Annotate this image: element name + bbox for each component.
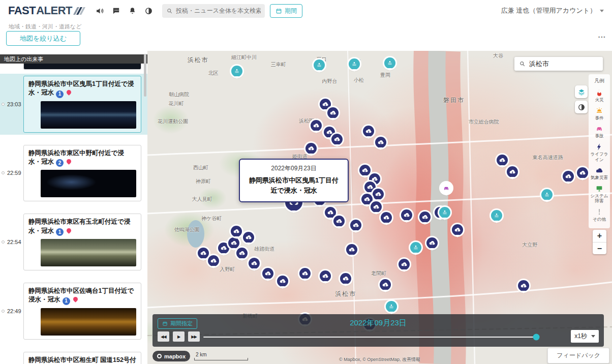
event-card[interactable]: 静岡県浜松市中区佐鳴台1丁目付近で浸水・冠水1 xyxy=(23,283,141,340)
fastalert-logo[interactable]: FASTALERT xyxy=(8,4,83,17)
storm-marker[interactable] xyxy=(305,143,317,154)
event-card[interactable]: 静岡県浜松市中区曳馬1丁目付近で浸水・冠水1 xyxy=(23,76,141,133)
storm-marker[interactable] xyxy=(373,189,384,200)
storm-marker[interactable] xyxy=(198,248,209,259)
period-button[interactable]: 期間 xyxy=(270,4,302,18)
feedback-button[interactable]: フィードバック xyxy=(547,348,609,363)
zoom-in-button[interactable]: + xyxy=(593,230,606,242)
storm-marker[interactable] xyxy=(399,259,410,270)
water-marker[interactable] xyxy=(491,210,502,221)
sidebar-scrollbar[interactable] xyxy=(144,54,146,97)
legend-item-fire[interactable]: 火災 xyxy=(589,88,610,103)
water-marker[interactable] xyxy=(386,301,397,312)
event-list-item[interactable]: 22:59 静岡県浜松市東区中野町付近で浸水・冠水2 xyxy=(0,143,147,204)
storm-marker[interactable] xyxy=(277,276,288,287)
water-marker[interactable] xyxy=(439,207,450,218)
timeline-period-button[interactable]: 期間指定 xyxy=(158,318,197,329)
playback-speed-select[interactable]: x1秒 xyxy=(571,330,599,343)
forward-button[interactable]: ▶▶ xyxy=(188,331,200,342)
event-thumbnail[interactable] xyxy=(41,308,136,336)
storm-marker[interactable] xyxy=(375,137,386,148)
storm-marker[interactable] xyxy=(327,107,339,118)
layers-button[interactable] xyxy=(575,85,588,98)
map-attribution[interactable]: © Mapbox, © OpenStreetMap, 改善情報 xyxy=(147,356,612,363)
storm-marker[interactable] xyxy=(249,258,260,269)
storm-marker[interactable] xyxy=(363,126,374,137)
storm-marker[interactable] xyxy=(346,244,357,255)
legend-item-weather[interactable]: 気象災害 xyxy=(589,166,610,180)
legend-item-other[interactable]: その他 xyxy=(589,208,610,222)
storm-marker[interactable] xyxy=(208,255,219,266)
event-thumbnail[interactable] xyxy=(41,101,136,129)
storm-marker[interactable] xyxy=(497,155,508,166)
speaker-icon[interactable] xyxy=(96,7,104,15)
event-popup[interactable]: 2022年09月23日 静岡県浜松市中区曳馬1丁目付近で浸水・冠水 xyxy=(239,159,349,202)
global-search-input[interactable] xyxy=(176,7,261,14)
more-options-button[interactable]: ... xyxy=(598,31,606,39)
storm-marker[interactable] xyxy=(333,216,345,227)
storm-marker[interactable] xyxy=(380,279,391,290)
contrast-icon[interactable] xyxy=(144,7,153,15)
water-marker[interactable] xyxy=(410,242,421,253)
zoom-out-button[interactable]: − xyxy=(593,242,606,254)
legend-item-incident[interactable]: 事件 xyxy=(589,107,610,121)
storm-marker[interactable] xyxy=(426,237,438,249)
legend-item-accident[interactable]: 事故 xyxy=(589,125,610,139)
event-thumbnail[interactable] xyxy=(41,170,136,197)
legend-item-lifeline[interactable]: ライフライン xyxy=(589,143,610,162)
storm-marker[interactable] xyxy=(371,201,382,213)
storm-marker[interactable] xyxy=(518,280,529,291)
storm-marker[interactable] xyxy=(243,232,254,243)
event-list-item[interactable]: 23:03 静岡県浜松市中区曳馬1丁目付近で浸水・冠水1 xyxy=(0,74,147,135)
event-card[interactable]: 静岡県浜松市東区中野町付近で浸水・冠水2 xyxy=(23,145,141,202)
accident-marker[interactable] xyxy=(441,183,452,194)
storm-marker[interactable] xyxy=(231,226,242,237)
legend-item-system[interactable]: システム障害 xyxy=(589,185,610,204)
storm-marker[interactable] xyxy=(401,209,412,221)
storm-marker[interactable] xyxy=(381,212,392,223)
water-marker[interactable] xyxy=(314,59,325,71)
map-search[interactable] xyxy=(514,57,603,71)
storm-marker[interactable] xyxy=(350,220,361,231)
storm-marker[interactable] xyxy=(359,165,371,176)
event-card[interactable]: 静岡県浜松市中区相生町 国道152号付近で浸水・冠水1 xyxy=(23,352,141,364)
storm-marker[interactable] xyxy=(331,134,343,145)
bell-icon[interactable] xyxy=(128,7,137,15)
storm-marker[interactable] xyxy=(507,166,518,177)
storm-marker[interactable] xyxy=(340,273,351,284)
map-filter-button[interactable]: 地図を絞り込む xyxy=(6,31,80,46)
legend-label: システム障害 xyxy=(589,193,610,204)
map-search-input[interactable] xyxy=(529,60,598,68)
storm-marker[interactable] xyxy=(419,211,431,223)
map-contrast-button[interactable] xyxy=(575,101,588,113)
storm-marker[interactable] xyxy=(577,167,588,178)
count-badge: 1 xyxy=(56,228,64,236)
user-menu[interactable]: 広兼 達也（管理用アカウント） xyxy=(501,6,604,15)
water-marker[interactable] xyxy=(541,189,553,200)
storm-marker[interactable] xyxy=(325,207,336,218)
map-canvas[interactable]: 浜松市細江町中川三幸町平口宮口大谷笠梅北区内野台小松豊岡磐田市朝山病院花川町花川… xyxy=(147,51,612,364)
play-button[interactable]: ▶ xyxy=(173,331,185,342)
storm-marker[interactable] xyxy=(452,224,463,235)
event-card-partial xyxy=(23,64,141,70)
water-marker[interactable] xyxy=(384,57,395,69)
event-list-item[interactable]: 22:49 静岡県浜松市中区佐鳴台1丁目付近で浸水・冠水1 xyxy=(0,281,147,342)
storm-marker[interactable] xyxy=(299,268,311,279)
event-list-item[interactable]: 22:54 静岡県浜松市東区有玉北町付近で浸水・冠水1 xyxy=(0,211,147,272)
timeline-slider-knob[interactable] xyxy=(533,334,540,341)
storm-marker[interactable] xyxy=(563,171,574,182)
global-search[interactable] xyxy=(162,4,265,18)
storm-marker[interactable] xyxy=(236,248,248,259)
water-marker[interactable] xyxy=(231,66,242,77)
storm-marker[interactable] xyxy=(262,268,273,279)
event-list-item[interactable]: 22:45 静岡県浜松市中区相生町 国道152号付近で浸水・冠水1 xyxy=(0,350,147,364)
event-card[interactable]: 静岡県浜松市東区有玉北町付近で浸水・冠水1 xyxy=(23,214,141,270)
storm-marker[interactable] xyxy=(320,270,331,282)
chat-icon[interactable] xyxy=(112,7,120,15)
storm-marker[interactable] xyxy=(311,120,322,131)
timeline-slider[interactable] xyxy=(203,337,539,338)
event-thumbnail[interactable] xyxy=(41,239,136,266)
storm-marker[interactable] xyxy=(218,242,229,254)
water-marker[interactable] xyxy=(349,58,360,70)
rewind-button[interactable]: ◀◀ xyxy=(158,331,169,342)
